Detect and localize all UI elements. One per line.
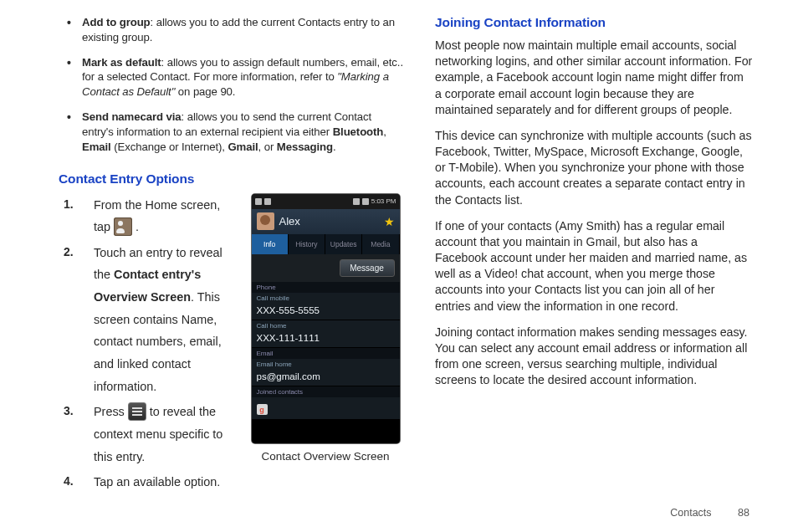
value-email[interactable]: ps@gmail.com [252, 370, 400, 386]
clock: 5:03 PM [371, 197, 396, 205]
tab-media[interactable]: Media [362, 234, 399, 254]
message-row: Message [252, 254, 400, 282]
bold-bluetooth: Bluetooth [333, 125, 384, 138]
label-email-home: Email home [252, 359, 400, 370]
phone-mockup: 5:03 PM Alex ★ Info History Updates Medi… [252, 194, 400, 443]
bulleted-list: Add to group: allows you to add the curr… [59, 15, 405, 165]
section-joined: Joined contacts [252, 386, 400, 397]
section-joining-contact-info: Joining Contact Information [435, 15, 753, 30]
footer-section: Contacts [670, 507, 711, 519]
contacts-app-icon [114, 217, 132, 236]
bullet-label: Send namecard via [82, 110, 182, 123]
signal-icon [353, 198, 360, 205]
bold-gmail: Gmail [228, 141, 258, 153]
paragraph: Most people now maintain multiple email … [435, 38, 753, 118]
contact-header: Alex ★ [252, 209, 400, 234]
paragraph: If one of your contacts (Amy Smith) has … [435, 218, 753, 315]
tab-updates[interactable]: Updates [325, 234, 362, 254]
status-bar: 5:03 PM [252, 194, 400, 209]
page-footer: Contacts 88 [670, 507, 749, 519]
google-account-icon[interactable]: g [257, 404, 268, 415]
tab-history[interactable]: History [289, 234, 325, 254]
joined-icons-row: g [252, 397, 400, 419]
step-3: Press to reveal the context menu specifi… [59, 401, 233, 468]
value-home[interactable]: XXX-111-1111 [252, 331, 400, 348]
battery-icon [362, 198, 369, 205]
section-contact-entry-options: Contact Entry Options [59, 171, 405, 187]
bold-messaging: Messaging [277, 141, 333, 153]
section-phone: Phone [252, 282, 400, 293]
label-call-home: Call home [252, 320, 400, 331]
contact-name: Alex [279, 215, 379, 228]
label-call-mobile: Call mobile [252, 293, 400, 304]
numbered-steps: From the Home screen, tap . Touch an ent… [59, 194, 233, 494]
notification-icon [255, 198, 262, 205]
figure-caption: Contact Overview Screen [261, 450, 389, 463]
bullet-mark-as-default: Mark as default: allows you to assign de… [82, 55, 405, 100]
steps-column: From the Home screen, tap . Touch an ent… [59, 194, 233, 497]
tab-row: Info History Updates Media [252, 234, 400, 254]
bullet-send-namecard: Send namecard via: allows you to send th… [82, 110, 405, 154]
step-4: Tap an available option. [59, 471, 233, 494]
favorite-star-icon: ★ [384, 215, 395, 228]
cross-ref-tail: on page 90. [175, 85, 235, 98]
notification-icon [264, 198, 271, 205]
menu-hardkey-icon [128, 402, 146, 421]
paragraph: Joining contact information makes sendin… [435, 325, 753, 389]
bold-email: Email [82, 141, 111, 153]
value-mobile[interactable]: XXX-555-5555 [252, 304, 400, 320]
bullet-label: Mark as default [82, 56, 161, 69]
figure-contact-overview: 5:03 PM Alex ★ Info History Updates Medi… [246, 194, 405, 463]
step-1: From the Home screen, tap . [59, 194, 233, 238]
right-column: Joining Contact Information Most people … [435, 15, 753, 517]
paragraph: This device can synchronize with multipl… [435, 128, 753, 208]
message-button[interactable]: Message [340, 259, 395, 277]
bullet-label: Add to group [82, 16, 151, 28]
bullet-add-to-group: Add to group: allows you to add the curr… [82, 15, 405, 45]
page-number: 88 [738, 507, 749, 519]
tab-info[interactable]: Info [252, 234, 289, 254]
step-2: Touch an entry to reveal the Contact ent… [59, 242, 233, 397]
section-email: Email [252, 348, 400, 359]
avatar [257, 212, 274, 230]
left-column: Add to group: allows you to add the curr… [59, 15, 405, 517]
steps-with-figure: From the Home screen, tap . Touch an ent… [59, 194, 405, 497]
